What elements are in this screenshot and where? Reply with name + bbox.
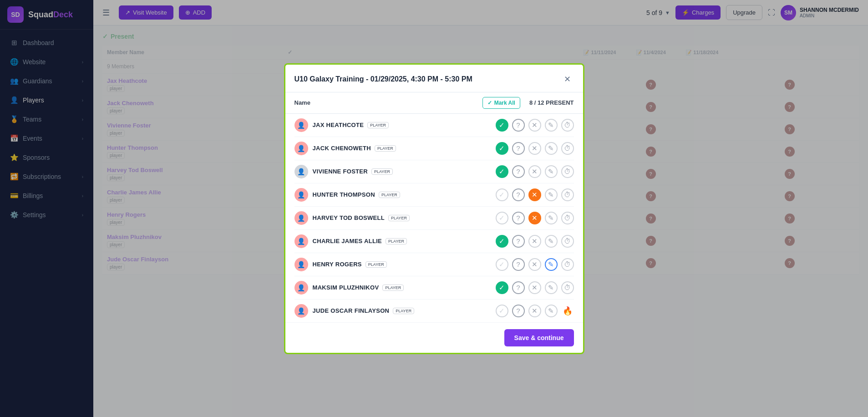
player-role-badge: PLAYER bbox=[382, 285, 404, 291]
player-role-badge: PLAYER bbox=[365, 261, 387, 268]
unknown-button[interactable]: ? bbox=[512, 188, 525, 201]
absent-button[interactable]: ✕ bbox=[528, 119, 541, 132]
modal-close-button[interactable]: ✕ bbox=[561, 73, 574, 86]
mark-all-button[interactable]: ✓ Mark All bbox=[482, 97, 520, 109]
player-row: 👤 MAKSIM PLUZHNIKOV PLAYER ✓ ? ✕ ✎ ⏱ bbox=[294, 276, 574, 300]
checkmark-icon: ✓ bbox=[487, 100, 492, 106]
check-present-button[interactable]: ✓ bbox=[496, 281, 508, 294]
modal-title: U10 Galaxy Training - 01/29/2025, 4:30 P… bbox=[294, 75, 472, 83]
absent-button[interactable]: ✕ bbox=[528, 305, 541, 317]
edit-button[interactable]: ✎ bbox=[545, 212, 558, 224]
player-role-badge: PLAYER bbox=[393, 308, 414, 314]
player-name: MAKSIM PLUZHNIKOV bbox=[313, 284, 379, 291]
player-name-area: HENRY ROGERS PLAYER bbox=[313, 261, 491, 268]
unknown-button[interactable]: ? bbox=[512, 305, 525, 317]
action-icons: ✓ ? ✕ ✎ 🔥 bbox=[496, 305, 574, 317]
player-row: 👤 HENRY ROGERS PLAYER ✓ ? ✕ ✎ ⏱ bbox=[294, 253, 574, 276]
edit-button[interactable]: ✎ bbox=[545, 165, 558, 178]
check-present-button[interactable]: ✓ bbox=[496, 119, 508, 132]
check-present-button[interactable]: ✓ bbox=[496, 165, 508, 178]
check-present-button[interactable]: ✓ bbox=[496, 258, 508, 271]
check-present-button[interactable]: ✓ bbox=[496, 305, 508, 317]
player-name: CHARLIE JAMES ALLIE bbox=[313, 238, 382, 244]
unknown-button[interactable]: ? bbox=[512, 119, 525, 132]
player-name: JAX HEATHCOTE bbox=[313, 122, 364, 128]
action-icons: ✓ ? ✕ ✎ ⏱ bbox=[496, 165, 574, 178]
edit-button[interactable]: ✎ bbox=[545, 281, 558, 294]
edit-button[interactable]: ✎ bbox=[545, 142, 558, 155]
player-row: 👤 HUNTER THOMPSON PLAYER ✓ ? ✕ ✎ ⏱ bbox=[294, 183, 574, 207]
check-present-button[interactable]: ✓ bbox=[496, 142, 508, 155]
unknown-button[interactable]: ? bbox=[512, 281, 525, 294]
player-name: HUNTER THOMPSON bbox=[313, 191, 375, 198]
save-continue-button[interactable]: Save & continue bbox=[504, 329, 574, 346]
present-count: 8 / 12 PRESENT bbox=[529, 99, 574, 106]
check-present-button[interactable]: ✓ bbox=[496, 212, 508, 224]
player-role-badge: PLAYER bbox=[379, 192, 400, 198]
edit-button[interactable]: ✎ bbox=[545, 235, 558, 248]
edit-button[interactable]: ✎ bbox=[545, 258, 558, 271]
player-name-area: JACK CHENOWETH PLAYER bbox=[313, 145, 491, 152]
unknown-button[interactable]: ? bbox=[512, 258, 525, 271]
check-present-button[interactable]: ✓ bbox=[496, 188, 508, 201]
action-icons: ✓ ? ✕ ✎ ⏱ bbox=[496, 142, 574, 155]
absent-button[interactable]: ✕ bbox=[528, 212, 541, 224]
main-content: ☰ ↗ Visit Website ⊕ ADD 5 of 9 ▼ ⚡ Charg… bbox=[93, 0, 868, 417]
action-icons: ✓ ? ✕ ✎ ⏱ bbox=[496, 235, 574, 248]
player-name-area: CHARLIE JAMES ALLIE PLAYER bbox=[313, 238, 491, 244]
absent-button[interactable]: ✕ bbox=[528, 235, 541, 248]
avatar: 👤 bbox=[294, 304, 308, 318]
edit-button[interactable]: ✎ bbox=[545, 119, 558, 132]
modal-subheader: Name ✓ Mark All 8 / 12 PRESENT bbox=[285, 92, 583, 114]
player-name-area: JUDE OSCAR FINLAYSON PLAYER bbox=[313, 307, 491, 314]
timer-button[interactable]: ⏱ bbox=[561, 165, 574, 178]
modal-header: U10 Galaxy Training - 01/29/2025, 4:30 P… bbox=[285, 65, 583, 92]
player-row: 👤 JUDE OSCAR FINLAYSON PLAYER ✓ ? ✕ ✎ 🔥 bbox=[294, 300, 574, 322]
timer-button[interactable]: ⏱ bbox=[561, 258, 574, 271]
player-name: HARVEY TOD BOSWELL bbox=[313, 214, 385, 221]
unknown-button[interactable]: ? bbox=[512, 235, 525, 248]
edit-button[interactable]: ✎ bbox=[545, 188, 558, 201]
action-icons: ✓ ? ✕ ✎ ⏱ bbox=[496, 281, 574, 294]
player-role-badge: PLAYER bbox=[371, 168, 393, 175]
unknown-button[interactable]: ? bbox=[512, 165, 525, 178]
player-row: 👤 CHARLIE JAMES ALLIE PLAYER ✓ ? ✕ ✎ ⏱ bbox=[294, 230, 574, 253]
absent-button[interactable]: ✕ bbox=[528, 165, 541, 178]
absent-button[interactable]: ✕ bbox=[528, 281, 541, 294]
late-fire-button[interactable]: 🔥 bbox=[561, 305, 574, 317]
action-icons: ✓ ? ✕ ✎ ⏱ bbox=[496, 188, 574, 201]
modal-body: 👤 JAX HEATHCOTE PLAYER ✓ ? ✕ ✎ ⏱ bbox=[285, 114, 583, 322]
timer-button[interactable]: ⏱ bbox=[561, 188, 574, 201]
absent-button[interactable]: ✕ bbox=[528, 258, 541, 271]
player-name-area: VIVIENNE FOSTER PLAYER bbox=[313, 168, 491, 175]
absent-button[interactable]: ✕ bbox=[528, 142, 541, 155]
player-name: JACK CHENOWETH bbox=[313, 145, 371, 152]
action-icons: ✓ ? ✕ ✎ ⏱ bbox=[496, 258, 574, 271]
timer-button[interactable]: ⏱ bbox=[561, 235, 574, 248]
check-present-button[interactable]: ✓ bbox=[496, 235, 508, 248]
mark-all-label: Mark All bbox=[494, 100, 515, 106]
timer-button[interactable]: ⏱ bbox=[561, 119, 574, 132]
action-icons: ✓ ? ✕ ✎ ⏱ bbox=[496, 212, 574, 224]
absent-button[interactable]: ✕ bbox=[528, 188, 541, 201]
player-name-area: MAKSIM PLUZHNIKOV PLAYER bbox=[313, 284, 491, 291]
unknown-button[interactable]: ? bbox=[512, 212, 525, 224]
player-name: VIVIENNE FOSTER bbox=[313, 168, 368, 175]
avatar: 👤 bbox=[294, 188, 308, 202]
action-icons: ✓ ? ✕ ✎ ⏱ bbox=[496, 119, 574, 132]
name-column-header: Name bbox=[294, 99, 310, 106]
timer-button[interactable]: ⏱ bbox=[561, 142, 574, 155]
unknown-button[interactable]: ? bbox=[512, 142, 525, 155]
modal-overlay: U10 Galaxy Training - 01/29/2025, 4:30 P… bbox=[93, 25, 868, 417]
player-role-badge: PLAYER bbox=[388, 215, 410, 221]
player-row: 👤 JACK CHENOWETH PLAYER ✓ ? ✕ ✎ ⏱ bbox=[294, 137, 574, 160]
edit-button[interactable]: ✎ bbox=[545, 305, 558, 317]
player-name: HENRY ROGERS bbox=[313, 261, 362, 268]
player-name-area: JAX HEATHCOTE PLAYER bbox=[313, 122, 491, 128]
player-row: 👤 VIVIENNE FOSTER PLAYER ✓ ? ✕ ✎ ⏱ bbox=[294, 160, 574, 183]
timer-button[interactable]: ⏱ bbox=[561, 281, 574, 294]
player-name: JUDE OSCAR FINLAYSON bbox=[313, 307, 390, 314]
timer-button[interactable]: ⏱ bbox=[561, 212, 574, 224]
modal-footer: Save & continue bbox=[285, 322, 583, 353]
player-name-area: HUNTER THOMPSON PLAYER bbox=[313, 191, 491, 198]
